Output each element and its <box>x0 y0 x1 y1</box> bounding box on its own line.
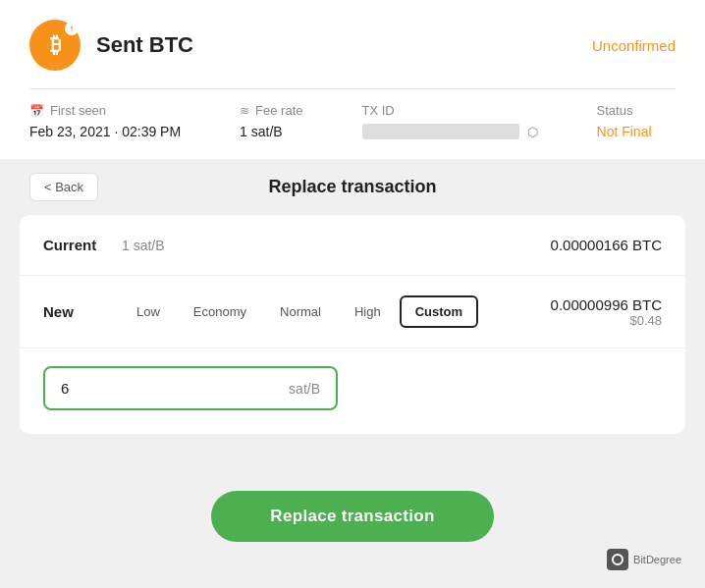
sat-unit-label: sat/B <box>289 381 320 397</box>
btc-icon: ₿ ↑ <box>29 20 81 71</box>
tab-low[interactable]: Low <box>122 296 175 327</box>
external-link-icon[interactable]: ⬡ <box>527 125 538 139</box>
tab-economy[interactable]: Economy <box>179 296 261 327</box>
new-amount-btc: 0.00000996 BTC <box>551 296 662 313</box>
new-label: New <box>43 303 122 320</box>
new-fee-amounts: 0.00000996 BTC $0.48 <box>551 296 662 328</box>
custom-input-section: sat/B <box>20 348 685 434</box>
txid-group: TX ID ⬡ <box>362 103 538 139</box>
fee-icon: ≋ <box>240 104 249 118</box>
txid-bar <box>362 124 519 139</box>
tab-normal[interactable]: Normal <box>265 296 336 327</box>
sent-arrow-icon: ↑ <box>65 22 79 35</box>
fee-rate-label: ≋ Fee rate <box>240 103 302 118</box>
current-label: Current <box>43 237 122 253</box>
card-divider <box>29 88 676 89</box>
tab-high[interactable]: High <box>340 296 396 327</box>
middle-bar: < Back Replace transaction <box>0 159 705 215</box>
status-value: Not Final <box>597 124 652 139</box>
transaction-card: ₿ ↑ Sent BTC Unconfirmed 📅 First seen Fe… <box>0 0 705 159</box>
txid-row: ⬡ <box>362 124 538 139</box>
first-seen-label: 📅 First seen <box>29 103 181 118</box>
btc-symbol: ₿ <box>50 32 61 58</box>
back-button[interactable]: < Back <box>29 173 98 201</box>
fee-rate-value: 1 sat/B <box>240 124 302 139</box>
status-label: Status <box>597 103 652 118</box>
first-seen-value: Feb 23, 2021 · 02:39 PM <box>29 124 181 139</box>
new-amount-usd: $0.48 <box>551 313 662 328</box>
page-wrapper: ₿ ↑ Sent BTC Unconfirmed 📅 First seen Fe… <box>0 0 705 588</box>
current-amount: 0.00000166 BTC <box>551 237 662 253</box>
bottom-section: Replace transaction BitDegree <box>0 454 705 588</box>
new-fee-row: New Low Economy Normal High Custom 0.000… <box>20 276 685 348</box>
txid-label: TX ID <box>362 103 538 118</box>
status-badge: Unconfirmed <box>592 37 676 54</box>
section-title: Replace transaction <box>268 177 436 197</box>
main-card: Current 1 sat/B 0.00000166 BTC New Low E… <box>20 215 685 434</box>
custom-sat-input[interactable] <box>61 380 289 397</box>
current-fee-row: Current 1 sat/B 0.00000166 BTC <box>20 215 685 276</box>
bitdegree-text: BitDegree <box>633 554 681 565</box>
bitdegree-logo: BitDegree <box>607 549 681 570</box>
bitdegree-icon-inner <box>612 554 624 565</box>
card-header-left: ₿ ↑ Sent BTC <box>29 20 193 71</box>
card-header: ₿ ↑ Sent BTC Unconfirmed <box>29 20 676 71</box>
current-fee-value: 1 sat/B <box>122 238 551 253</box>
replace-transaction-button[interactable]: Replace transaction <box>211 491 493 542</box>
custom-input-wrapper: sat/B <box>43 366 338 410</box>
info-row: 📅 First seen Feb 23, 2021 · 02:39 PM ≋ F… <box>29 103 676 139</box>
bitdegree-icon <box>607 549 628 570</box>
transaction-title: Sent BTC <box>96 32 193 58</box>
fee-rate-group: ≋ Fee rate 1 sat/B <box>240 103 302 139</box>
first-seen-group: 📅 First seen Feb 23, 2021 · 02:39 PM <box>29 103 181 139</box>
tab-custom[interactable]: Custom <box>400 295 478 328</box>
fee-tabs: Low Economy Normal High Custom <box>122 295 551 328</box>
calendar-icon: 📅 <box>29 104 44 118</box>
status-group: Status Not Final <box>597 103 652 139</box>
